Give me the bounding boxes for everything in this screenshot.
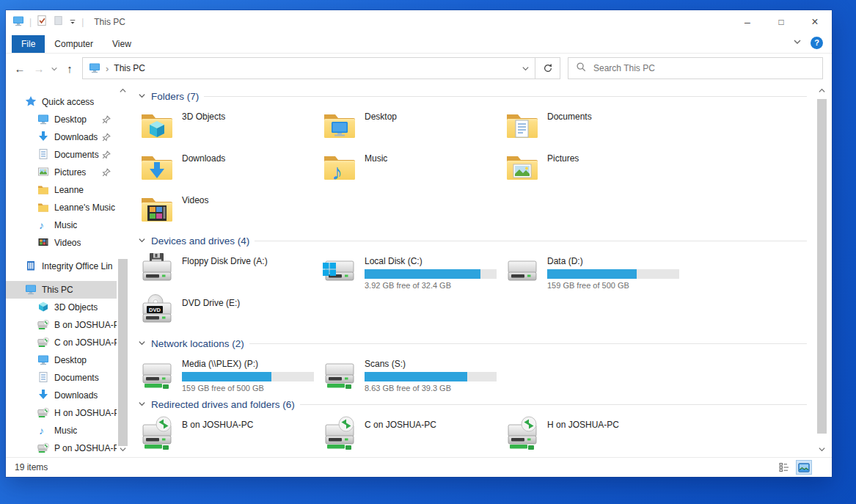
content-scroll-down-icon[interactable] <box>816 443 828 456</box>
tile-scans-s[interactable]: Scans (S:)8.63 GB free of 39.3 GB <box>319 354 502 395</box>
address-bar[interactable]: › This PC <box>82 57 535 79</box>
tile-c-on-joshua-pc[interactable]: C on JOSHUA-PC <box>319 414 502 456</box>
sidebar-item-label: Videos <box>54 238 81 248</box>
content-scrollbar-thumb[interactable] <box>817 99 827 434</box>
section-title: Folders (7) <box>151 91 199 102</box>
sidebar-item-videos[interactable]: Videos <box>6 234 117 252</box>
capacity-bar <box>182 372 314 381</box>
music-icon: ♪ <box>37 219 49 233</box>
this-pc-icon <box>89 62 100 76</box>
tile-media-plex-p[interactable]: Media (\\PLEX) (P:)159 GB free of 500 GB <box>136 354 319 395</box>
item-count: 19 items <box>15 462 48 472</box>
recent-locations-icon[interactable] <box>48 62 60 75</box>
sidebar-item-downloads[interactable]: Downloads <box>6 128 117 146</box>
tile-desktop[interactable]: Desktop <box>319 106 502 148</box>
properties-icon[interactable] <box>37 15 48 29</box>
sidebar-item-music[interactable]: ♪Music <box>6 216 117 234</box>
qat-separator: | <box>29 17 32 27</box>
sidebar-item-leanne[interactable]: Leanne <box>6 181 117 199</box>
sidebar-item-music[interactable]: ♪Music <box>6 422 117 439</box>
sidebar-item-desktop[interactable]: Desktop <box>6 351 117 369</box>
sidebar-item-label: Downloads <box>54 132 98 142</box>
section-header[interactable]: Folders (7) <box>138 89 810 103</box>
up-button[interactable]: ↑ <box>60 62 79 75</box>
item-label: Desktop <box>365 112 397 122</box>
tile-floppy-disk-drive-a[interactable]: Floppy Disk Drive (A:) <box>136 251 319 293</box>
sidebar-item-b-on-joshua-pc[interactable]: B on JOSHUA-PC <box>6 316 117 334</box>
ribbon-expand-icon[interactable] <box>793 36 802 49</box>
tile-b-on-joshua-pc[interactable]: B on JOSHUA-PC <box>136 414 319 456</box>
forward-button[interactable]: → <box>29 62 48 75</box>
sidebar-item-documents[interactable]: Documents <box>6 146 117 164</box>
minimize-button[interactable]: – <box>731 10 764 34</box>
sidebar-scroll-up-icon[interactable] <box>117 84 129 97</box>
sidebar-item-leanne-s-music[interactable]: Leanne's Music <box>6 199 117 216</box>
sidebar-item-3d-objects[interactable]: 3D Objects <box>6 299 117 316</box>
sidebar-item-label: Desktop <box>54 114 87 125</box>
sidebar-item-c-on-joshua-pc[interactable]: C on JOSHUA-PC <box>6 334 117 351</box>
section-header[interactable]: Devices and drives (4) <box>138 233 810 248</box>
collapse-chevron-icon[interactable] <box>138 234 146 247</box>
tile-dvd-drive-e[interactable]: DVDDVD Drive (E:) <box>136 293 319 335</box>
sidebar-item-desktop[interactable]: Desktop <box>6 111 117 128</box>
tile-3d-objects[interactable]: 3D Objects <box>136 106 319 148</box>
tab-computer[interactable]: Computer <box>45 35 103 53</box>
tab-view[interactable]: View <box>103 35 141 53</box>
sidebar-item-downloads[interactable]: Downloads <box>6 387 117 404</box>
folder-3d-icon <box>139 108 175 147</box>
pin-icon <box>102 168 111 179</box>
sidebar-scrollbar-thumb[interactable] <box>118 259 128 446</box>
content-pane: Folders (7)3D ObjectsDesktopDocumentsDow… <box>129 83 832 457</box>
back-button[interactable]: ← <box>10 62 29 75</box>
tab-file[interactable]: File <box>12 35 45 53</box>
section-title: Network locations (2) <box>151 338 244 349</box>
tile-downloads[interactable]: Downloads <box>136 148 319 190</box>
sidebar-item-integrity-office-lin[interactable]: Integrity Office Lin <box>6 258 117 275</box>
address-dropdown-icon[interactable] <box>516 58 535 78</box>
netdrive-icon <box>37 318 49 332</box>
sidebar-item-h-on-joshua-pc[interactable]: H on JOSHUA-PC <box>6 404 117 422</box>
free-space-text: 159 GB free of 500 GB <box>182 384 314 392</box>
tile-local-disk-c[interactable]: Local Disk (C:)3.92 GB free of 32.4 GB <box>319 251 502 293</box>
monitor-icon <box>37 354 49 368</box>
sidebar-item-label: P on JOSHUA-PC <box>54 443 117 453</box>
section-header[interactable]: Redirected drives and folders (6) <box>138 397 810 412</box>
help-button[interactable]: ? <box>811 37 823 49</box>
tile-h-on-joshua-pc[interactable]: H on JOSHUA-PC <box>502 414 684 456</box>
maximize-button[interactable]: □ <box>764 10 798 34</box>
collapse-chevron-icon[interactable] <box>138 337 146 350</box>
tile-documents[interactable]: Documents <box>502 106 684 148</box>
qat-dropdown-icon[interactable] <box>69 15 76 29</box>
item-label: C on JOSHUA-PC <box>365 420 436 430</box>
sidebar-scroll-down-icon[interactable] <box>117 443 129 456</box>
new-folder-icon[interactable] <box>53 15 64 29</box>
section-header[interactable]: Network locations (2) <box>138 336 810 351</box>
search-input[interactable]: Search This PC <box>568 57 823 79</box>
tile-pictures[interactable]: Pictures <box>502 148 684 190</box>
folder-music-icon: ♪ <box>322 150 357 189</box>
details-view-button[interactable] <box>778 461 792 474</box>
sidebar-scrollbar[interactable] <box>117 83 129 457</box>
sidebar-item-documents[interactable]: Documents <box>6 369 117 387</box>
sidebar-item-label: Leanne's Music <box>54 202 115 213</box>
collapse-chevron-icon[interactable] <box>138 90 146 103</box>
close-button[interactable]: × <box>798 10 832 34</box>
content-scrollbar[interactable] <box>816 83 828 457</box>
quick-access-toolbar: | | This PC <box>6 15 125 29</box>
sidebar-item-p-on-joshua-pc[interactable]: P on JOSHUA-PC <box>6 439 117 457</box>
tile-videos[interactable]: Videos <box>136 190 319 232</box>
sidebar-item-quick-access[interactable]: Quick access <box>6 93 117 111</box>
document-icon <box>37 371 49 385</box>
sidebar-item-pictures[interactable]: Pictures <box>6 164 117 181</box>
breadcrumb[interactable]: This PC <box>114 63 145 73</box>
tile-music[interactable]: ♪Music <box>319 148 502 190</box>
content-scroll-up-icon[interactable] <box>816 84 828 97</box>
tile-data-d[interactable]: Data (D:)159 GB free of 500 GB <box>502 251 684 293</box>
collapse-chevron-icon[interactable] <box>138 398 146 411</box>
large-icons-view-button[interactable] <box>797 461 811 474</box>
drive-network-icon <box>322 355 357 394</box>
sidebar-item-this-pc[interactable]: This PC <box>6 281 117 299</box>
drive-redirect-icon <box>505 416 540 455</box>
refresh-button[interactable] <box>535 57 560 79</box>
sidebar-item-label: Integrity Office Lin <box>42 261 113 271</box>
